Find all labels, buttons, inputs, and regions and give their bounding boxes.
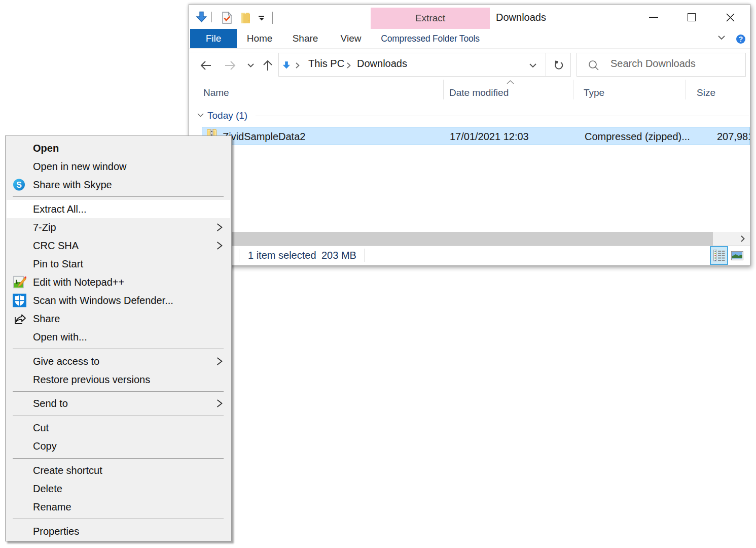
svg-text:S: S: [16, 181, 22, 189]
